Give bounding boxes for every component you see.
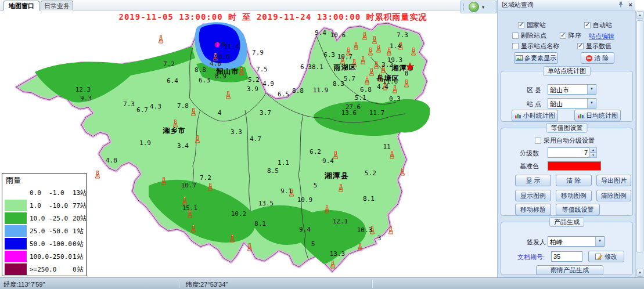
rain-value-label: 3.4 — [177, 142, 189, 150]
longitude-readout: 经度:113°7'59" — [3, 280, 45, 289]
rain-value-label: 7.2 — [200, 174, 211, 182]
checkbox-auto-station[interactable]: 自动站 — [584, 21, 612, 30]
checkbox-box[interactable] — [560, 32, 566, 39]
pin-icon[interactable] — [618, 1, 624, 9]
legend-row: 0.0 -1.013站 — [2, 186, 86, 199]
station-dropdown[interactable]: 韶山 ▼ — [548, 98, 596, 109]
doc-number-input[interactable] — [551, 251, 582, 262]
export-image-button[interactable]: 导出图片 — [596, 175, 631, 186]
move-title-button[interactable]: 移动标题 — [515, 204, 551, 215]
chevron-down-icon[interactable]: ▼ — [587, 85, 596, 94]
rain-value-label: 4 — [218, 109, 222, 117]
legend-range: 10.0 -25.0 — [30, 215, 73, 222]
rain-value-label: 1.1 — [278, 159, 289, 167]
station-edit-link[interactable]: 站点编辑 — [589, 32, 614, 41]
scrollbar-thumb[interactable] — [636, 20, 643, 252]
legend-count: 0 — [73, 266, 77, 273]
clear-stations-button[interactable]: 清 除 — [581, 52, 614, 64]
rain-value-label: 10.7 — [337, 53, 353, 60]
rain-value-label: 13.5 — [258, 200, 274, 207]
checkbox-show-station-name[interactable]: 显示站点名称 — [512, 42, 559, 50]
legend-swatch — [5, 251, 27, 262]
rain-value-label: 12.3 — [75, 86, 91, 93]
checkbox-national-station[interactable]: 国家站 — [518, 21, 546, 30]
rain-value-label: 3.7 — [260, 109, 271, 117]
checkbox-label: 显示数值 — [586, 42, 611, 50]
multi-element-display-button[interactable]: 多要素显示 — [514, 52, 558, 64]
rain-value-label: 5.2 — [365, 169, 376, 177]
close-icon[interactable]: × — [629, 1, 632, 9]
checkbox-descending[interactable]: 降序 — [560, 31, 581, 40]
checkbox-box[interactable] — [512, 43, 519, 49]
legend-swatch — [5, 238, 27, 250]
bar-chart-icon — [515, 112, 521, 119]
county-label: 区 县 — [527, 86, 541, 95]
rain-value-label: 0.3 — [389, 95, 401, 103]
county-dropdown[interactable]: 韶山市 ▼ — [548, 84, 596, 95]
daily-chart-button[interactable]: 日均统计图 — [574, 110, 621, 121]
legend-range: >=250.0 — [30, 266, 73, 273]
checkbox-box[interactable] — [535, 138, 541, 144]
checkbox-box[interactable] — [512, 32, 519, 39]
rain-value-label: 10.2 — [231, 210, 247, 218]
legend-swatch — [5, 225, 27, 237]
contour-line-settings-button[interactable]: 等值线设置 — [556, 204, 600, 215]
add-layer-button[interactable]: + — [469, 2, 479, 12]
display-button[interactable]: 显 示 — [515, 175, 551, 186]
chevron-down-icon[interactable]: ▼ — [595, 237, 604, 246]
spin-down-icon[interactable]: ▼ — [589, 153, 597, 158]
checkbox-box[interactable] — [518, 22, 524, 28]
tab-map-window[interactable]: 地图窗口 — [3, 1, 39, 10]
clear-legend-button[interactable]: 清除图例 — [596, 190, 631, 201]
rain-product-generate-button[interactable]: 雨情产品生成 — [536, 265, 603, 275]
checkbox-box[interactable] — [577, 43, 584, 49]
toolbar-dropdown-icon[interactable]: ▾ — [482, 5, 484, 10]
hourly-chart-button[interactable]: 小时统计图 — [512, 110, 558, 121]
move-legend-button[interactable]: 移动图例 — [556, 190, 592, 201]
map-legend[interactable]: 雨量 0.0 -1.013站1.0 -10.077站10.0 -25.020站2… — [2, 173, 87, 276]
rain-value-label: 7.3 — [397, 31, 408, 39]
show-legend-button[interactable]: 显示图例 — [515, 190, 551, 201]
level-count-input[interactable] — [548, 147, 590, 158]
legend-range: 50.0 -100.0 — [30, 240, 73, 248]
scroll-up-icon[interactable]: ▲ — [636, 11, 643, 19]
button-label: 清除图例 — [601, 192, 627, 200]
button-label: 显 示 — [526, 176, 540, 185]
spin-up-icon[interactable]: ▲ — [589, 147, 597, 153]
legend-range: 0.0 -1.0 — [30, 189, 73, 197]
rain-value-label: 4.3 — [150, 103, 161, 110]
tab-daily-business[interactable]: 日常业务 — [41, 1, 73, 10]
signer-dropdown[interactable]: 柏峰 ▼ — [548, 236, 605, 247]
panel-scrollbar[interactable]: ▲ ▼ — [635, 10, 644, 277]
clear-button[interactable]: 清 除 — [556, 175, 592, 186]
rain-value-label: 7.5 — [256, 66, 268, 73]
station-icon[interactable] — [96, 171, 100, 178]
checkbox-exclude-station[interactable]: 剔除站点 — [512, 31, 546, 40]
base-color-swatch[interactable] — [548, 161, 601, 171]
map-title[interactable]: 2019-11-05 13:00:00 时 至 2019-11-24 13:00… — [52, 12, 494, 23]
rain-value-label: 5.1 — [355, 94, 366, 102]
scroll-down-icon[interactable]: ▼ — [636, 269, 643, 277]
product-generation-group: 产品生成 签发人 柏峰 ▼ 文档期号: 修改 雨情产品生成 — [501, 222, 633, 275]
checkbox-show-value[interactable]: 显示数值 — [577, 42, 611, 50]
rain-value-label: 5 — [314, 182, 318, 189]
station-icon[interactable] — [159, 36, 163, 43]
legend-row: 50.0 -100.00站 — [2, 237, 86, 250]
button-label: 清 除 — [594, 54, 609, 63]
checkbox-box[interactable] — [584, 22, 591, 28]
station-value: 韶山 — [550, 100, 563, 109]
checkbox-auto-grading[interactable]: 采用自动分级设置 — [535, 136, 595, 145]
chevron-down-icon[interactable]: ▼ — [587, 99, 596, 108]
map-canvas[interactable]: 10.64.811.47.99.410.67.31.46.310.719.33.… — [0, 10, 497, 277]
modify-button[interactable]: 修改 — [588, 251, 624, 262]
rain-value-label: 12.1 — [333, 218, 348, 225]
signer-value: 柏峰 — [550, 238, 563, 247]
legend-unit: 站 — [80, 214, 87, 223]
rain-value-label: 1.9 — [139, 139, 151, 147]
level-count-spinner[interactable]: ▲ ▼ — [589, 147, 597, 158]
city-label: 湘潭县 — [324, 171, 349, 180]
legend-title: 雨量 — [6, 175, 86, 186]
toolbar-grip-icon[interactable] — [463, 3, 466, 10]
contour-settings-group: 等值图设置 采用自动分级设置 分级数 ▲ ▼ 基准色 显 示 清 除 导出图片 … — [501, 128, 633, 216]
rain-value-label: 6.3 — [323, 51, 335, 59]
